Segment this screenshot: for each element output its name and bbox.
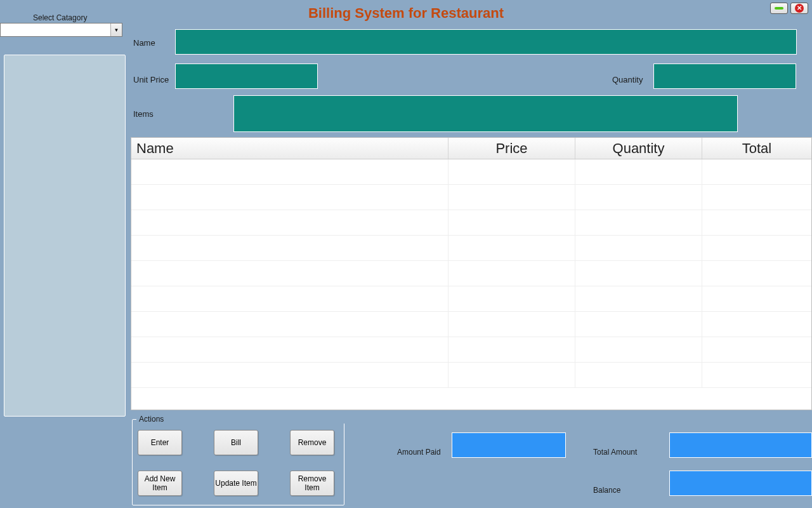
unit-price-label: Unit Price <box>133 75 169 84</box>
amount-paid-label: Amount Paid <box>397 448 441 457</box>
remove-item-button[interactable]: Remove Item <box>290 471 334 496</box>
items-input[interactable] <box>233 95 738 132</box>
col-name[interactable]: Name <box>131 138 449 159</box>
actions-group: Actions Enter Bill Remove Add New Item U… <box>132 419 344 505</box>
actions-legend: Actions <box>136 415 348 424</box>
table-row[interactable] <box>131 236 811 261</box>
table-row[interactable] <box>131 286 811 312</box>
enter-button[interactable]: Enter <box>138 430 182 455</box>
table-row[interactable] <box>131 261 811 286</box>
update-item-button[interactable]: Update Item <box>214 471 258 496</box>
table-row[interactable] <box>131 312 811 337</box>
balance-label: Balance <box>593 486 620 495</box>
category-label: Select Catagory <box>33 13 87 22</box>
col-total[interactable]: Total <box>702 138 811 159</box>
table-row[interactable] <box>131 210 811 236</box>
total-amount-input[interactable] <box>669 432 812 458</box>
unit-price-input[interactable] <box>175 64 318 89</box>
category-listbox[interactable] <box>4 55 126 417</box>
add-new-item-button[interactable]: Add New Item <box>138 471 182 496</box>
table-body <box>131 159 811 388</box>
table-row[interactable] <box>131 159 811 185</box>
category-select[interactable]: ▼ <box>0 23 122 37</box>
remove-button[interactable]: Remove <box>290 430 334 455</box>
table-row[interactable] <box>131 337 811 363</box>
chevron-down-icon[interactable]: ▼ <box>110 23 122 36</box>
table-header: Name Price Quantity Total <box>131 138 811 159</box>
col-quantity[interactable]: Quantity <box>575 138 702 159</box>
name-input[interactable] <box>175 29 797 55</box>
quantity-input[interactable] <box>653 64 796 89</box>
balance-input[interactable] <box>669 471 812 496</box>
page-title: Billing System for Restaurant <box>0 5 812 22</box>
total-amount-label: Total Amount <box>593 448 637 457</box>
quantity-label: Quantity <box>612 75 643 84</box>
items-table: Name Price Quantity Total <box>131 137 812 410</box>
table-row[interactable] <box>131 185 811 210</box>
items-label: Items <box>133 109 154 119</box>
bill-button[interactable]: Bill <box>214 430 258 455</box>
col-price[interactable]: Price <box>449 138 575 159</box>
table-row[interactable] <box>131 363 811 388</box>
name-label: Name <box>133 38 155 48</box>
amount-paid-input[interactable] <box>452 432 566 458</box>
